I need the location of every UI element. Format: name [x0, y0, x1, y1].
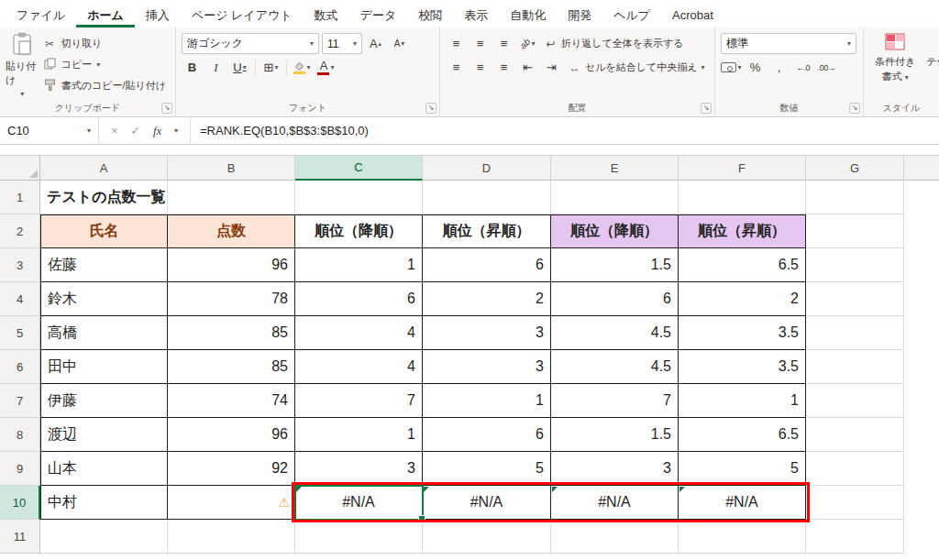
cell-B11[interactable]: [168, 520, 295, 554]
tab-view[interactable]: 表示: [453, 3, 499, 27]
cell-F5[interactable]: 3.5: [679, 316, 806, 350]
cell-E6[interactable]: 4.5: [551, 350, 679, 384]
cell-E5[interactable]: 4.5: [551, 316, 679, 350]
cell-D5[interactable]: 3: [423, 316, 551, 350]
column-header-B[interactable]: B: [168, 156, 295, 181]
cell-B3[interactable]: 96: [168, 248, 295, 282]
cell-F9[interactable]: 5: [679, 452, 806, 486]
tab-automate[interactable]: 自動化: [499, 3, 557, 27]
row-header-7[interactable]: 7: [0, 384, 40, 418]
comma-style-button[interactable]: ,: [768, 57, 790, 78]
cell-B1[interactable]: [168, 181, 295, 214]
cell-B2[interactable]: 点数: [168, 214, 295, 248]
tab-insert[interactable]: 挿入: [135, 3, 181, 27]
cell-D4[interactable]: 2: [423, 282, 551, 316]
cell-G11[interactable]: [806, 520, 904, 554]
column-header-C[interactable]: C: [295, 156, 423, 181]
increase-font-size-button[interactable]: A▴: [365, 33, 386, 54]
cell-F3[interactable]: 6.5: [679, 248, 806, 282]
increase-indent-button[interactable]: ⇥: [541, 57, 562, 78]
tab-acrobat[interactable]: Acrobat: [661, 3, 724, 27]
column-header-G[interactable]: G: [806, 156, 904, 181]
cell-D9[interactable]: 5: [423, 452, 551, 486]
row-header-9[interactable]: 9: [0, 452, 40, 486]
cell-E1[interactable]: [551, 181, 679, 214]
tab-home[interactable]: ホーム: [76, 3, 135, 27]
cell-G4[interactable]: [806, 282, 904, 316]
cell-E10[interactable]: #N/A: [551, 486, 679, 520]
cell-F11[interactable]: [679, 520, 806, 554]
cell-A8[interactable]: 渡辺: [40, 418, 168, 452]
cell-G8[interactable]: [806, 418, 904, 452]
tab-developer[interactable]: 開発: [557, 3, 602, 27]
cell-D11[interactable]: [423, 520, 551, 554]
cell-D1[interactable]: [423, 181, 551, 214]
cell-B4[interactable]: 78: [168, 282, 295, 316]
enter-icon[interactable]: ✓: [130, 124, 140, 137]
select-all-button[interactable]: [0, 156, 40, 181]
cell-B7[interactable]: 74: [168, 384, 295, 418]
align-top-button[interactable]: ≡: [446, 33, 467, 54]
cell-F2[interactable]: 順位（昇順）: [679, 214, 806, 248]
underline-button[interactable]: U▾: [229, 57, 250, 78]
format-as-table-button[interactable]: テーブルとして 書式設定 ▾: [921, 31, 939, 84]
cell-G2[interactable]: [806, 214, 904, 248]
cell-A10[interactable]: 中村: [40, 486, 168, 520]
align-left-button[interactable]: ≡: [446, 57, 467, 78]
cell-E3[interactable]: 1.5: [551, 248, 679, 282]
cell-E2[interactable]: 順位（降順）: [551, 214, 679, 248]
cell-B10[interactable]: ⚠: [168, 486, 295, 520]
orientation-button[interactable]: ab▾: [517, 33, 538, 54]
cell-C5[interactable]: 4: [295, 316, 423, 350]
cell-C8[interactable]: 1: [295, 418, 423, 452]
number-dialog-launcher-icon[interactable]: ↘: [849, 103, 860, 114]
cell-G9[interactable]: [806, 452, 904, 486]
cell-E11[interactable]: [551, 520, 679, 554]
name-box[interactable]: C10 ▾: [0, 117, 99, 144]
column-header-D[interactable]: D: [423, 156, 551, 181]
column-header-E[interactable]: E: [551, 156, 679, 181]
cell-C6[interactable]: 4: [295, 350, 423, 384]
row-header-10[interactable]: 10: [0, 486, 40, 520]
cell-D10[interactable]: #N/A: [423, 486, 551, 520]
cut-button[interactable]: ✂ 切り取り: [39, 33, 170, 54]
insert-function-button[interactable]: fx: [153, 124, 161, 138]
borders-button[interactable]: ⊞▾: [260, 57, 282, 78]
cell-A7[interactable]: 伊藤: [40, 384, 168, 418]
row-header-2[interactable]: 2: [0, 214, 40, 248]
cell-D3[interactable]: 6: [423, 248, 551, 282]
cell-C9[interactable]: 3: [295, 452, 423, 486]
cell-G7[interactable]: [806, 384, 904, 418]
row-header-5[interactable]: 5: [0, 316, 40, 350]
cell-D8[interactable]: 6: [423, 418, 551, 452]
cell-A9[interactable]: 山本: [40, 452, 168, 486]
cell-B6[interactable]: 85: [168, 350, 295, 384]
tab-help[interactable]: ヘルプ: [602, 3, 661, 27]
cell-D2[interactable]: 順位（昇順）: [423, 214, 551, 248]
cell-F4[interactable]: 2: [679, 282, 806, 316]
clipboard-dialog-launcher-icon[interactable]: ↘: [161, 103, 172, 114]
cell-A11[interactable]: [40, 520, 168, 554]
align-bottom-button[interactable]: ≡: [493, 33, 514, 54]
cell-C11[interactable]: [295, 520, 423, 554]
italic-button[interactable]: I: [205, 57, 226, 78]
cell-C10[interactable]: #N/A: [295, 486, 423, 520]
wrap-text-button[interactable]: ↩ 折り返して全体を表示する: [541, 33, 687, 54]
cell-E7[interactable]: 7: [551, 384, 679, 418]
bold-button[interactable]: B: [182, 57, 203, 78]
font-dialog-launcher-icon[interactable]: ↘: [425, 103, 436, 114]
tab-formulas[interactable]: 数式: [304, 3, 349, 27]
cell-A6[interactable]: 田中: [40, 350, 168, 384]
cell-C7[interactable]: 7: [295, 384, 423, 418]
row-header-1[interactable]: 1: [0, 181, 40, 214]
cell-C4[interactable]: 6: [295, 282, 423, 316]
cell-E9[interactable]: 3: [551, 452, 679, 486]
alignment-dialog-launcher-icon[interactable]: ↘: [701, 103, 712, 114]
font-size-select[interactable]: 11 ▾: [322, 33, 362, 54]
cell-D6[interactable]: 3: [423, 350, 551, 384]
cell-C1[interactable]: [295, 181, 423, 214]
currency-format-button[interactable]: ▾: [721, 57, 742, 78]
cell-G6[interactable]: [806, 350, 904, 384]
decrease-decimal-button[interactable]: .00→: [816, 57, 837, 78]
cell-C2[interactable]: 順位（降順）: [295, 214, 423, 248]
